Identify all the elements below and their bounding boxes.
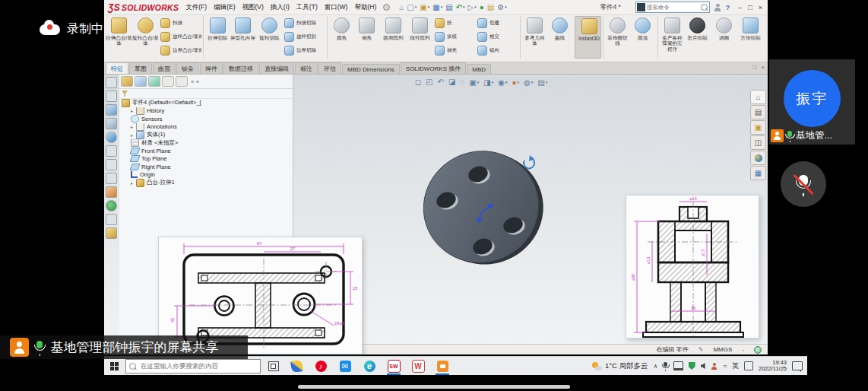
tree-item[interactable]: 材质 <未指定> [119, 139, 293, 148]
ribbon-tool[interactable]: 旋转凸台/基体 [132, 16, 159, 59]
dynamic-annotation-icon[interactable]: ◌ [460, 77, 464, 87]
configurationmanager-tab-icon[interactable] [148, 76, 160, 87]
volume-icon[interactable] [701, 363, 705, 369]
taskbar-search-input[interactable] [141, 362, 257, 370]
ribbon-tool[interactable]: 放样凸台/基体 [159, 30, 201, 43]
pane-close-icon[interactable]: × [761, 64, 765, 71]
taskbar-clock[interactable]: 19:43 2022/11/25 [759, 360, 787, 373]
tray-misc-icon[interactable]: ≈ [724, 363, 727, 370]
ribbon-tool[interactable]: 筋 [433, 16, 476, 30]
tree-item[interactable]: Front Plane [119, 147, 293, 155]
minimize-button[interactable]: – [738, 4, 742, 11]
tray-contact-icon[interactable] [711, 362, 718, 370]
edge-browser-icon[interactable]: e [361, 357, 378, 375]
ribbon-tool[interactable]: 包覆 [476, 16, 518, 30]
left-toolbar-icon[interactable] [106, 91, 117, 102]
zoom-area-icon[interactable]: ◰ [426, 77, 432, 87]
task-view-icon[interactable] [268, 361, 279, 371]
menu-item[interactable]: 文件(F) [182, 2, 210, 13]
drawing-inset-section[interactable]: ⌀14 ⌀50 ⌀13 ⌀17 36 [626, 195, 759, 339]
ribbon-tool[interactable]: Instant3D [575, 16, 601, 59]
ribbon-tool[interactable]: 相交 [476, 30, 518, 43]
open-document-icon[interactable]: ▣ [419, 2, 430, 12]
filter-funnel-icon[interactable] [122, 91, 128, 97]
ribbon-tool[interactable]: 扫描 [159, 16, 201, 30]
view-orientation-icon[interactable]: ▣ [469, 77, 479, 88]
ribbon-tab[interactable]: 直接编辑 [259, 62, 294, 74]
ribbon-tool[interactable]: 边界凸台/基体 [159, 43, 201, 57]
design-library-icon[interactable]: ▤ [750, 105, 766, 119]
pane-maximize-icon[interactable]: □ [752, 64, 756, 71]
security-shield-icon[interactable] [689, 362, 695, 370]
hidden-icons-chevron[interactable]: ∧ [654, 363, 658, 370]
left-toolbar-icon[interactable] [106, 200, 117, 211]
propertymanager-tab-icon[interactable] [135, 76, 147, 87]
zoom-fit-icon[interactable]: ◻ [415, 77, 421, 87]
left-toolbar-icon[interactable] [106, 186, 117, 198]
ribbon-tool[interactable]: 涡圈 [711, 16, 737, 59]
view-palette-icon[interactable]: ◫ [750, 135, 766, 150]
ribbon-tab[interactable]: 特征 [106, 62, 128, 74]
ribbon-tab[interactable]: 草图 [129, 62, 152, 74]
units-caret[interactable]: - [742, 346, 744, 353]
ribbon-tool[interactable]: 放样切割 [283, 30, 325, 43]
section-view-icon[interactable]: ◪ [448, 77, 455, 87]
tree-item[interactable]: Origin [119, 171, 293, 180]
rebuild-icon[interactable]: ● [479, 3, 485, 12]
left-toolbar-icon[interactable] [106, 132, 117, 143]
taskbar-search[interactable] [125, 359, 261, 374]
menu-item[interactable]: 插入(I) [268, 2, 293, 13]
ribbon-tool[interactable]: 旋转切除 [256, 16, 283, 59]
ribbon-tab[interactable]: 评估 [318, 62, 341, 74]
displaymanager-tab-icon[interactable] [176, 76, 188, 87]
ribbon-tool[interactable]: 装饰螺纹线 [603, 16, 629, 59]
tree-item[interactable]: Sensors [119, 115, 293, 123]
home-icon[interactable]: ⌂ [398, 3, 404, 12]
custom-properties-icon[interactable]: ▦ [750, 166, 766, 180]
wps-app-icon[interactable]: W [410, 357, 426, 375]
ribbon-tool[interactable]: 圆角 [327, 16, 353, 59]
tree-item[interactable]: History [119, 107, 293, 116]
edit-sketch-icon[interactable]: ✎ [699, 346, 704, 353]
featuremanager-tab-icon[interactable] [121, 76, 133, 87]
view-settings-icon[interactable]: ▤ [537, 77, 547, 88]
save-icon[interactable]: ▦ [432, 2, 443, 12]
flyout-arrows-icon[interactable]: « » [191, 78, 199, 85]
ribbon-tool[interactable]: 圆周阵列 [380, 16, 407, 59]
ribbon-tool[interactable]: 抽壳 [433, 43, 476, 57]
part-3d-model[interactable] [393, 120, 651, 341]
search-scope-icon[interactable] [637, 3, 645, 11]
input-language[interactable]: 英 [732, 361, 739, 371]
file-properties-icon[interactable]: ▤ [486, 3, 495, 12]
tree-item[interactable]: Top Plane [119, 155, 293, 164]
print-icon[interactable]: ▤ [445, 3, 453, 12]
file-explorer-icon[interactable]: ▣ [750, 120, 766, 135]
menu-item[interactable]: 工具(T) [293, 2, 321, 13]
menu-item[interactable]: 视图(V) [239, 2, 266, 13]
menu-item[interactable]: 编辑(E) [211, 2, 238, 13]
globe-icon[interactable] [754, 346, 762, 354]
undo-icon[interactable]: ↶ [455, 2, 466, 12]
ribbon-tool[interactable]: 绝缘环 [764, 16, 768, 59]
restore-button[interactable]: □ [748, 4, 752, 11]
ribbon-tab[interactable]: 数据迁移 [223, 62, 258, 74]
ribbon-tool[interactable]: 镜向 [476, 43, 518, 57]
weather-widget[interactable]: 1°C 局部多云 [592, 361, 648, 371]
tray-mic-icon[interactable] [663, 362, 667, 370]
menu-item[interactable]: 帮助(H) [351, 2, 379, 13]
close-button[interactable]: × [759, 4, 762, 11]
apply-scene-icon[interactable]: ◍ [524, 77, 533, 88]
magnifier-icon[interactable] [701, 4, 708, 11]
ribbon-tool[interactable]: 拔模 [433, 30, 476, 43]
ribbon-tab[interactable]: 钣金 [176, 62, 199, 74]
hide-show-items-icon[interactable]: ◉ [498, 77, 507, 88]
display-style-icon[interactable]: ◨ [483, 77, 493, 88]
tree-root-item[interactable]: 零件4 (Default<<Default>_[ [119, 99, 293, 107]
tree-item[interactable]: 凸台-拉伸1 [119, 179, 293, 187]
ribbon-tab[interactable]: 标注 [295, 62, 318, 74]
ribbon-tab[interactable]: 焊件 [200, 62, 223, 74]
menu-item[interactable]: 窗口(W) [322, 2, 351, 13]
ribbon-tool[interactable]: 生产各种弹簧的宏程序 [657, 16, 684, 59]
tree-item[interactable]: 实体(1) [119, 131, 293, 139]
dimxpertmanager-tab-icon[interactable] [162, 76, 174, 87]
